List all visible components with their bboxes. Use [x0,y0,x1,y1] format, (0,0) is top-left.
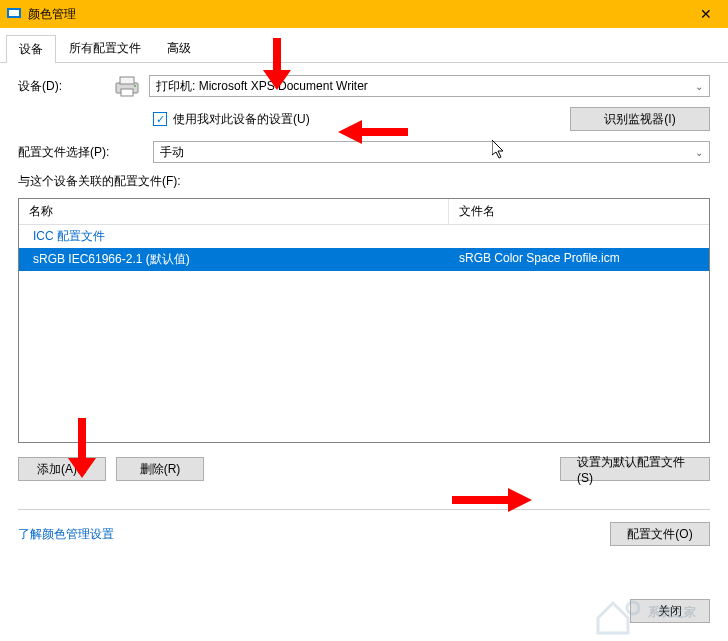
footer-row: 了解颜色管理设置 配置文件(O) [18,522,710,546]
tab-bar: 设备 所有配置文件 高级 [0,28,728,63]
table-header: 名称 文件名 [19,199,709,225]
profiles-button[interactable]: 配置文件(O) [610,522,710,546]
tab-advanced[interactable]: 高级 [154,34,204,62]
set-default-button[interactable]: 设置为默认配置文件(S) [560,457,710,481]
divider [18,509,710,510]
col-name[interactable]: 名称 [19,199,449,224]
device-select[interactable]: 打印机: Microsoft XPS Document Writer ⌄ [149,75,710,97]
remove-button[interactable]: 删除(R) [116,457,204,481]
svg-rect-1 [9,10,19,16]
col-file[interactable]: 文件名 [449,199,709,224]
svg-rect-4 [121,89,133,96]
profile-select-row: 配置文件选择(P): 手动 ⌄ [18,141,710,163]
device-row: 设备(D): 打印机: Microsoft XPS Document Write… [18,75,710,97]
app-icon [6,6,22,22]
action-buttons: 添加(A)... 删除(R) 设置为默认配置文件(S) [18,457,710,481]
table-row[interactable]: sRGB IEC61966-2.1 (默认值) sRGB Color Space… [19,248,709,271]
settings-row: ✓ 使用我对此设备的设置(U) 识别监视器(I) [18,107,710,131]
identify-monitors-button[interactable]: 识别监视器(I) [570,107,710,131]
device-select-value: 打印机: Microsoft XPS Document Writer [156,78,368,95]
tab-device[interactable]: 设备 [6,35,56,63]
profile-select[interactable]: 手动 ⌄ [153,141,710,163]
associated-profiles-label: 与这个设备关联的配置文件(F): [18,173,710,190]
device-label: 设备(D): [18,78,113,95]
profiles-table: 名称 文件名 ICC 配置文件 sRGB IEC61966-2.1 (默认值) … [18,198,710,443]
profile-select-value: 手动 [160,144,184,161]
profile-select-label: 配置文件选择(P): [18,144,153,161]
svg-rect-3 [120,77,134,84]
printer-icon [113,75,141,97]
profile-group: ICC 配置文件 [19,225,709,248]
add-button[interactable]: 添加(A)... [18,457,106,481]
row-file: sRGB Color Space Profile.icm [449,251,709,268]
chevron-down-icon: ⌄ [695,81,703,92]
close-button[interactable]: 关闭 [630,599,710,623]
window-title: 颜色管理 [28,6,686,23]
svg-point-5 [134,85,136,87]
row-name: sRGB IEC61966-2.1 (默认值) [19,251,449,268]
use-my-settings-label: 使用我对此设备的设置(U) [173,111,310,128]
use-my-settings-checkbox[interactable]: ✓ [153,112,167,126]
titlebar: 颜色管理 ✕ [0,0,728,28]
close-window-button[interactable]: ✕ [686,0,726,28]
chevron-down-icon: ⌄ [695,147,703,158]
learn-more-link[interactable]: 了解颜色管理设置 [18,526,114,543]
tab-all-profiles[interactable]: 所有配置文件 [56,34,154,62]
tab-content: 设备(D): 打印机: Microsoft XPS Document Write… [0,63,728,558]
